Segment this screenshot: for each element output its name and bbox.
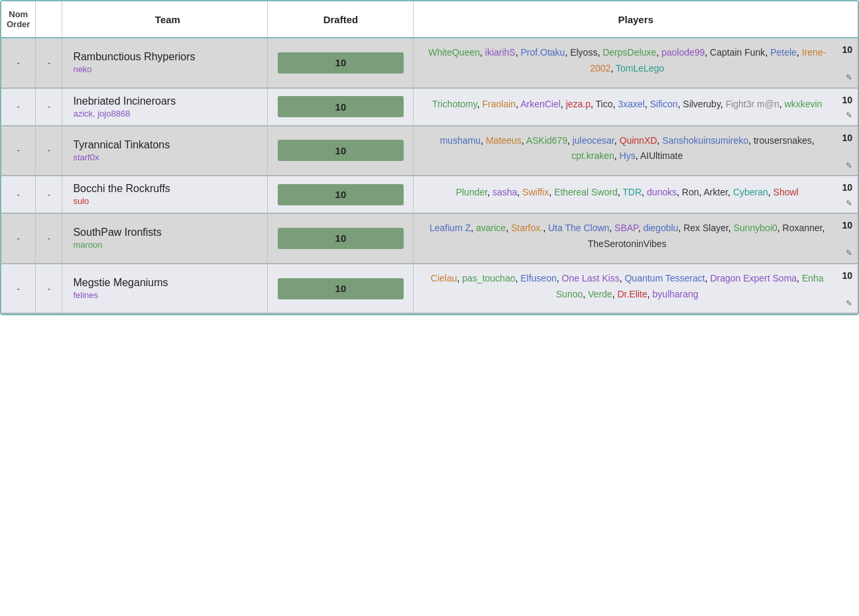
player-name: Uta The Clown: [548, 223, 609, 233]
team-name: Megstie Meganiums: [73, 277, 262, 289]
team-cell: SouthPaw Ironfists maroon: [62, 213, 268, 264]
player-name: Sificon: [650, 99, 677, 109]
table-row: - - SouthPaw Ironfists maroon 10 10 Leaf…: [1, 213, 858, 264]
player-name: Cyberan: [733, 187, 768, 197]
players-list: WhiteQueen, ikiarihS, Prof.Otaku, Elyoss…: [420, 45, 834, 77]
player-name: Swiffix: [522, 187, 549, 197]
team-name: SouthPaw Ironfists: [73, 227, 262, 238]
team-cell: Rambunctious Rhyperiors neko: [62, 38, 268, 88]
player-name: Hys: [620, 150, 636, 161]
team-cell: Bocchi the Rockruffs sulo: [62, 176, 268, 213]
edit-icon[interactable]: ✎: [846, 159, 852, 172]
team-name: Tyrannical Tinkatons: [73, 139, 262, 151]
team-cell: Inebriated Incineroars azick, jojo8868: [62, 88, 268, 126]
player-name: Showl: [773, 187, 799, 197]
players-list: Cielau, pas_touchao, Elfuseon, One Last …: [420, 271, 834, 303]
player-name: paolode99: [661, 47, 705, 58]
team-cell: Tyrannical Tinkatons starf0x: [62, 126, 268, 176]
player-count: 10: [842, 180, 852, 196]
player-name: trousersnakes: [754, 135, 812, 146]
player-name: Prof.Otaku: [520, 47, 565, 58]
players-cell: 10 Trichotomy, Fraolain, ArkenCiel, jeza…: [414, 88, 858, 126]
players-cell: 10 mushamu, Mateeus, ASKid679, juleocesa…: [414, 126, 858, 176]
table-row: - - Rambunctious Rhyperiors neko 10 10 W…: [1, 38, 858, 88]
player-name: DerpsDeluxe: [602, 47, 656, 58]
edit-icon[interactable]: ✎: [846, 197, 852, 210]
team-name: Rambunctious Rhyperiors: [73, 51, 262, 63]
bar-label: 10: [278, 184, 404, 205]
player-count: 10: [842, 218, 852, 234]
header-order: [36, 1, 62, 38]
player-name: diegoblu: [643, 223, 678, 233]
player-name: Cielau: [431, 273, 457, 283]
player-name: Dragon Expert Soma: [710, 273, 797, 283]
player-count: 10: [842, 42, 852, 58]
players-cell: 10 Cielau, pas_touchao, Elfuseon, One La…: [414, 264, 858, 314]
player-name: Tico: [596, 99, 613, 109]
header-drafted: Drafted: [268, 1, 414, 38]
player-name: TheSerotoninVibes: [588, 238, 667, 249]
player-name: byulharang: [652, 289, 698, 299]
bar-label: 10: [278, 140, 404, 161]
player-name: ASKid679: [526, 135, 567, 146]
player-name: Fight3r m@n: [726, 99, 779, 109]
table-row: - - Tyrannical Tinkatons starf0x 10 10 m…: [1, 126, 858, 176]
player-name: Elfuseon: [520, 273, 556, 283]
order-cell: -: [36, 88, 62, 126]
edit-icon[interactable]: ✎: [846, 246, 852, 260]
player-name: Roxanner: [783, 223, 823, 233]
player-name: Elyoss: [570, 47, 597, 58]
team-cell: Megstie Meganiums felines: [62, 264, 268, 314]
player-name: sasha: [492, 187, 517, 197]
bar-label: 10: [278, 228, 404, 249]
player-name: Sanshokuinsumireko: [662, 135, 748, 146]
edit-icon[interactable]: ✎: [846, 71, 852, 84]
player-name: Trichotomy: [432, 99, 477, 109]
order-cell: -: [36, 176, 62, 213]
player-name: juleocesar: [573, 135, 614, 146]
player-name: SBAP: [614, 223, 638, 233]
player-name: avarice: [476, 223, 506, 233]
player-name: TDR: [622, 187, 642, 197]
players-list: Leafium Z, avarice, Starfox., Uta The Cl…: [420, 221, 834, 252]
player-name: Dr.Elite: [617, 289, 647, 299]
players-cell: 10 Plunder, sasha, Swiffix, Ethereal Swo…: [414, 176, 858, 213]
player-name: cpt.kraken: [571, 150, 614, 161]
team-manager: maroon: [73, 240, 262, 250]
main-table: NomOrder Team Drafted Players - - Rambun…: [0, 0, 859, 315]
bar-label: 10: [278, 52, 404, 74]
player-count: 10: [842, 130, 852, 146]
bar-label: 10: [278, 278, 404, 299]
player-name: Quantum Tesseract: [624, 273, 705, 283]
player-name: Ron: [682, 187, 699, 197]
order-cell: -: [36, 38, 62, 88]
player-name: pas_touchao: [462, 273, 515, 283]
player-name: Rex Slayer: [683, 223, 728, 233]
order-cell: -: [36, 126, 62, 176]
players-list: mushamu, Mateeus, ASKid679, juleocesar, …: [420, 133, 834, 165]
order-cell: -: [36, 264, 62, 314]
player-name: Verde: [588, 289, 612, 299]
drafted-cell: 10: [268, 176, 414, 213]
player-name: wkxkevin: [785, 99, 823, 109]
edit-icon[interactable]: ✎: [846, 109, 852, 122]
players-cell: 10 Leafium Z, avarice, Starfox., Uta The…: [414, 213, 858, 264]
player-name: mushamu: [440, 135, 481, 146]
order-cell: -: [36, 213, 62, 264]
nom-cell: -: [1, 38, 36, 88]
team-name: Bocchi the Rockruffs: [73, 183, 262, 195]
players-list: Trichotomy, Fraolain, ArkenCiel, jeza.p,…: [420, 97, 834, 113]
team-manager: neko: [73, 64, 262, 74]
player-name: Silveruby: [683, 99, 720, 109]
player-name: Fraolain: [483, 99, 516, 109]
team-manager: starf0x: [73, 152, 262, 162]
header-team: Team: [62, 1, 268, 38]
player-name: Petele: [770, 47, 797, 58]
nom-cell: -: [1, 176, 36, 213]
player-name: Captain Funk: [710, 47, 765, 58]
table-row: - - Bocchi the Rockruffs sulo 10 10 Plun…: [1, 176, 858, 213]
edit-icon[interactable]: ✎: [846, 297, 852, 310]
player-name: Leafium Z: [430, 223, 471, 233]
player-name: Arkter: [704, 187, 728, 197]
player-name: dunoks: [647, 187, 677, 197]
